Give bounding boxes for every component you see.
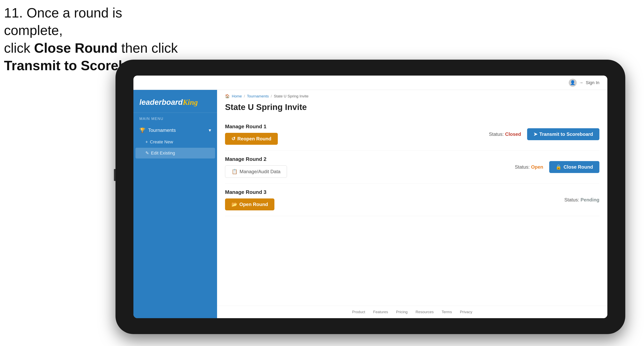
round-1-label: Manage Round 1 xyxy=(225,124,278,130)
sign-in-area[interactable]: 👤 → Sign In xyxy=(569,79,600,87)
reopen-round-button[interactable]: ↺ Reopen Round xyxy=(225,133,278,145)
main-menu-label: MAIN MENU xyxy=(134,117,217,124)
round-2-label: Manage Round 2 xyxy=(225,156,287,162)
signin-label[interactable]: Sign In xyxy=(586,80,600,85)
logo-area: leaderboardKing xyxy=(134,94,217,113)
round-1-status-value: Closed xyxy=(505,132,521,137)
round-2-status-value: Open xyxy=(531,164,543,170)
round-2-left: Manage Round 2 📋 Manage/Audit Data xyxy=(225,156,287,178)
user-icon: 👤 xyxy=(569,79,577,87)
content-area: 🏠 Home / Tournaments / State U Spring In… xyxy=(217,90,607,318)
instruction-line3: then click xyxy=(118,40,178,55)
main-layout: leaderboardKing MAIN MENU 🏆 Tournaments … xyxy=(134,90,607,318)
logo-leaderboard: leaderboard xyxy=(140,98,183,106)
tournaments-left: 🏆 Tournaments xyxy=(140,128,176,133)
user-avatar-icon: 👤 xyxy=(570,80,575,85)
footer-privacy[interactable]: Privacy xyxy=(460,310,472,314)
logo-king: King xyxy=(183,98,198,106)
round-3-label: Manage Round 3 xyxy=(225,189,274,195)
open-icon: 📂 xyxy=(232,202,237,207)
home-icon: 🏠 xyxy=(225,94,230,98)
rounds-container: Manage Round 1 ↺ Reopen Round Status: Cl… xyxy=(217,118,607,306)
footer: Product Features Pricing Resources Terms… xyxy=(217,306,607,318)
plus-icon: + xyxy=(145,139,148,145)
tournaments-label: Tournaments xyxy=(148,128,176,133)
breadcrumb-sep2: / xyxy=(271,94,272,98)
round-row-2: Manage Round 2 📋 Manage/Audit Data Statu… xyxy=(225,151,600,183)
round-row-1: Manage Round 1 ↺ Reopen Round Status: Cl… xyxy=(225,118,600,151)
sidebar-item-create-new[interactable]: + Create New xyxy=(134,137,217,147)
open-round-button[interactable]: 📂 Open Round xyxy=(225,198,274,210)
close-round-button[interactable]: 🔒 Close Round xyxy=(549,161,600,173)
round-1-left: Manage Round 1 ↺ Reopen Round xyxy=(225,124,278,145)
tablet-screen: 👤 → Sign In leaderboardKing MAIN MENU xyxy=(134,76,607,318)
tablet-side-button xyxy=(114,169,116,181)
open-round-label: Open Round xyxy=(239,202,268,207)
instruction-line1: 11. Once a round is complete, xyxy=(4,5,122,38)
sidebar-item-edit-existing[interactable]: ✎ Edit Existing xyxy=(136,148,215,159)
round-2-status: Status: Open xyxy=(515,164,543,170)
round-3-right: Status: Pending xyxy=(564,197,600,203)
page-title: State U Spring Invite xyxy=(217,100,607,118)
logo: leaderboardKing xyxy=(140,98,211,107)
transmit-to-scoreboard-button[interactable]: ➤ Transmit to Scoreboard xyxy=(527,128,600,140)
signin-arrow-icon: → xyxy=(579,80,584,85)
transmit-scoreboard-label: Transmit to Scoreboard xyxy=(540,132,593,137)
round-2-right: Status: Open 🔒 Close Round xyxy=(515,161,600,173)
breadcrumb-sep1: / xyxy=(244,94,245,98)
close-icon: 🔒 xyxy=(556,164,562,170)
footer-product[interactable]: Product xyxy=(352,310,365,314)
breadcrumb-current: State U Spring Invite xyxy=(274,94,308,98)
footer-terms[interactable]: Terms xyxy=(442,310,452,314)
reopen-round-label: Reopen Round xyxy=(237,136,272,142)
manage-audit-label: Manage/Audit Data xyxy=(240,169,280,174)
breadcrumb-tournaments[interactable]: Tournaments xyxy=(247,94,269,98)
round-row-3: Manage Round 3 📂 Open Round Status: Pend… xyxy=(225,183,600,216)
breadcrumb-home[interactable]: Home xyxy=(232,94,242,98)
transmit-icon: ➤ xyxy=(534,132,538,137)
round-1-right: Status: Closed ➤ Transmit to Scoreboard xyxy=(489,128,600,140)
footer-features[interactable]: Features xyxy=(373,310,388,314)
instruction-line2: click xyxy=(4,40,34,55)
chevron-down-icon: ▾ xyxy=(209,128,211,133)
edit-existing-label: Edit Existing xyxy=(151,151,175,156)
breadcrumb: 🏠 Home / Tournaments / State U Spring In… xyxy=(217,90,607,100)
footer-pricing[interactable]: Pricing xyxy=(396,310,408,314)
audit-icon: 📋 xyxy=(232,169,238,174)
reopen-icon: ↺ xyxy=(232,136,236,142)
instruction-bold1: Close Round xyxy=(34,40,118,55)
round-1-status: Status: Closed xyxy=(489,132,521,137)
top-bar: 👤 → Sign In xyxy=(134,76,607,90)
sidebar-item-tournaments[interactable]: 🏆 Tournaments ▾ xyxy=(134,124,217,137)
tablet-device: 👤 → Sign In leaderboardKing MAIN MENU xyxy=(116,60,625,334)
sidebar: leaderboardKing MAIN MENU 🏆 Tournaments … xyxy=(134,90,217,318)
trophy-icon: 🏆 xyxy=(140,128,145,133)
round-3-status: Status: Pending xyxy=(564,197,600,203)
round-3-status-value: Pending xyxy=(580,197,600,202)
round-3-left: Manage Round 3 📂 Open Round xyxy=(225,189,274,210)
edit-icon: ✎ xyxy=(145,151,149,156)
create-new-label: Create New xyxy=(150,139,173,145)
footer-resources[interactable]: Resources xyxy=(416,310,434,314)
close-round-label: Close Round xyxy=(564,164,593,170)
manage-audit-data-button[interactable]: 📋 Manage/Audit Data xyxy=(225,166,287,178)
